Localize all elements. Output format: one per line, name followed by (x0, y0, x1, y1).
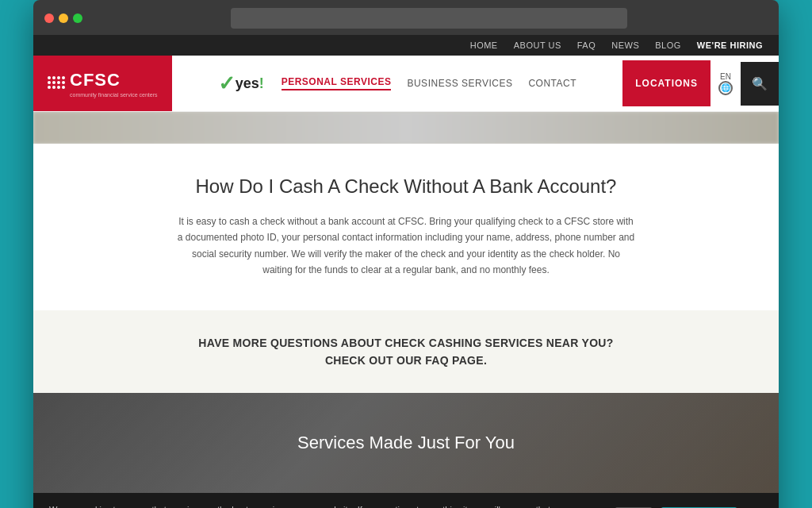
cta-text: HAVE MORE QUESTIONS ABOUT CHECK CASHING … (81, 334, 731, 370)
nav-contact[interactable]: CONTACT (528, 78, 576, 89)
logo-tagline: community financial service centers (70, 92, 158, 98)
nav-personal-services[interactable]: PERSONAL SERVICES (282, 76, 392, 90)
yes-text: yes (236, 76, 259, 90)
cta-section: HAVE MORE QUESTIONS ABOUT CHECK CASHING … (33, 310, 779, 394)
content-heading: How Do I Cash A Check Without A Bank Acc… (128, 175, 684, 198)
main-header: CFSC community financial service centers… (33, 56, 779, 112)
dot-red[interactable] (44, 13, 54, 23)
browser-chrome (33, 0, 779, 35)
cookie-banner: We use cookies to ensure that we give yo… (33, 493, 779, 508)
dot-yellow[interactable] (59, 13, 68, 23)
browser-window: HOME ABOUT US FAQ NEWS BLOG WE'RE HIRING (33, 0, 779, 508)
nav-business-services[interactable]: BUSINESS SERVICES (407, 78, 512, 89)
dot-green[interactable] (73, 13, 82, 23)
top-nav-news[interactable]: NEWS (611, 40, 639, 50)
locations-button[interactable]: LOCATIONS (622, 60, 710, 106)
services-heading: Services Made Just For You (297, 433, 515, 453)
lang-area[interactable]: EN 🌐 (710, 66, 741, 102)
content-body: It is easy to cash a check without a ban… (176, 214, 636, 279)
logo-area: CFSC community financial service centers (33, 56, 172, 111)
top-nav-about[interactable]: ABOUT US (514, 40, 561, 50)
logo-dots (48, 76, 65, 89)
search-icon: 🔍 (752, 76, 768, 91)
top-nav-bar: HOME ABOUT US FAQ NEWS BLOG WE'RE HIRING (33, 35, 779, 56)
header-right: LOCATIONS EN 🌐 🔍 (622, 60, 779, 106)
yes-logo: ✓ yes ! (218, 73, 264, 94)
top-nav-home[interactable]: HOME (470, 40, 498, 50)
logo-text: CFSC (70, 70, 121, 90)
cookie-message: We use cookies to ensure that we give yo… (49, 504, 606, 508)
top-nav-blog[interactable]: BLOG (655, 40, 681, 50)
browser-dots (44, 13, 82, 23)
website: HOME ABOUT US FAQ NEWS BLOG WE'RE HIRING (33, 35, 779, 508)
content-section: How Do I Cash A Check Without A Bank Acc… (33, 144, 779, 310)
yes-v-icon: ✓ (218, 73, 236, 94)
hero-blur (33, 112, 779, 144)
top-nav-faq[interactable]: FAQ (577, 40, 596, 50)
header-nav-links: PERSONAL SERVICES BUSINESS SERVICES CONT… (282, 76, 576, 90)
cta-line2: CHECK OUT OUR FAQ PAGE. (325, 354, 487, 367)
cta-line1: HAVE MORE QUESTIONS ABOUT CHECK CASHING … (198, 337, 613, 349)
header-nav: ✓ yes ! PERSONAL SERVICES BUSINESS SERVI… (172, 73, 623, 94)
hero-section (33, 112, 779, 144)
top-nav-hiring[interactable]: WE'RE HIRING (697, 40, 763, 50)
search-area[interactable]: 🔍 (741, 62, 779, 106)
services-section: Services Made Just For You (33, 393, 779, 493)
lang-label: EN (720, 72, 731, 81)
url-bar[interactable] (231, 8, 627, 29)
globe-icon: 🌐 (718, 81, 733, 95)
yes-exclaim: ! (259, 75, 264, 92)
